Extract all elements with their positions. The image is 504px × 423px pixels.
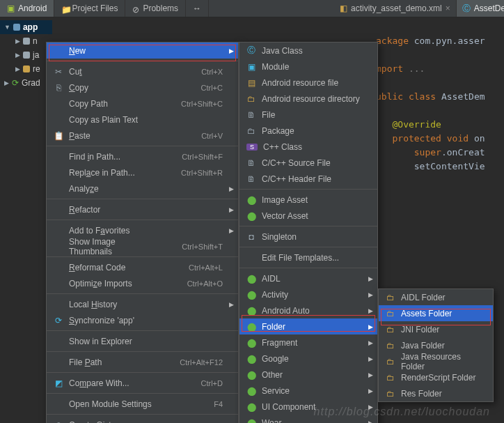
menu-new[interactable]: New▶ xyxy=(47,43,238,59)
menu-google[interactable]: ⬤Google▶ xyxy=(239,351,377,367)
folder-icon: 🗀 xyxy=(386,357,395,367)
menu-synchronize[interactable]: ⟳Synchronize 'app' xyxy=(47,312,238,328)
class-icon: Ⓒ xyxy=(246,45,256,56)
expand-icon: ▶ xyxy=(15,66,20,72)
module-icon: ▣ xyxy=(246,62,256,72)
menu-refactor[interactable]: Refactor▶ xyxy=(47,201,238,217)
menu-res-folder[interactable]: 🗀Res Folder xyxy=(379,385,493,401)
code-kw: mport xyxy=(376,63,409,74)
editor-tab-xml[interactable]: ◧activity_asset_demo.xml× xyxy=(334,0,457,17)
submenu-arrow-icon: ▶ xyxy=(368,275,373,282)
menu-cpp-class[interactable]: SC++ Class xyxy=(239,139,377,155)
menu-show-thumbnails[interactable]: Show Image ThumbnailsCtrl+Shift+T xyxy=(47,238,238,254)
code-kw: ackage xyxy=(376,36,414,46)
menu-aidl[interactable]: ⬤AIDL▶ xyxy=(239,270,377,286)
menu-folder[interactable]: ⬤Folder▶ xyxy=(239,318,377,334)
code-kw: protected void xyxy=(392,133,473,144)
menu-vector-asset[interactable]: ⬤Vector Asset xyxy=(239,208,377,224)
editor-tab-java[interactable]: ⒸAssetDe xyxy=(457,0,504,17)
menu-label: C/C++ Header File xyxy=(262,174,362,184)
menu-c-source[interactable]: 🗎C/C++ Source File xyxy=(239,155,377,171)
menu-cut[interactable]: ✂CutCtrl+X xyxy=(47,63,238,79)
android-icon: ⬤ xyxy=(246,322,256,332)
menu-find-in-path[interactable]: Find in Path...Ctrl+Shift+F xyxy=(47,148,238,164)
menu-label: Show Image Thumbnails xyxy=(69,237,159,256)
android-icon: ⬤ xyxy=(246,195,256,205)
code-text: com.pyn.asser xyxy=(414,36,485,46)
menu-optimize-imports[interactable]: Optimize ImportsCtrl+Alt+O xyxy=(47,275,238,291)
android-icon: ⬤ xyxy=(246,402,256,412)
submenu-arrow-icon: ▶ xyxy=(229,301,234,308)
tab-project-files[interactable]: 📁Project Files xyxy=(54,0,125,17)
menu-c-header[interactable]: 🗎C/C++ Header File xyxy=(239,171,377,187)
menu-label: Show in Explorer xyxy=(69,337,223,346)
tab-problems[interactable]: ⊘Problems xyxy=(125,0,186,17)
menu-android-resource-file[interactable]: ▤Android resource file xyxy=(239,75,377,91)
menu-create-gist[interactable]: ◉Create Gist... xyxy=(47,417,238,423)
tree-item[interactable]: ▶ja xyxy=(0,48,52,62)
menu-analyze[interactable]: Analyze▶ xyxy=(47,180,238,197)
menu-file[interactable]: 🗎File xyxy=(239,107,377,123)
menu-image-asset[interactable]: ⬤Image Asset xyxy=(239,192,377,208)
menu-fragment[interactable]: ⬤Fragment▶ xyxy=(239,334,377,351)
menu-separator xyxy=(47,146,238,146)
folder-icon: 🗀 xyxy=(246,94,256,104)
submenu-arrow-icon: ▶ xyxy=(229,47,234,54)
tab-label: Project Files xyxy=(72,3,118,13)
menu-java-resources-folder[interactable]: 🗀Java Resources Folder xyxy=(379,353,493,369)
folder-icon: 🗀 xyxy=(386,341,395,351)
menu-android-resource-directory[interactable]: 🗀Android resource directory xyxy=(239,91,377,107)
menu-label: C++ Class xyxy=(263,142,362,152)
menu-copy-plain[interactable]: Copy as Plain Text xyxy=(47,111,238,128)
shortcut: Ctrl+Alt+L xyxy=(189,263,223,272)
menu-package[interactable]: 🗀Package xyxy=(239,123,377,139)
menu-open-module-settings[interactable]: Open Module SettingsF4 xyxy=(47,396,238,412)
menu-singleton[interactable]: ◘Singleton xyxy=(239,229,377,245)
menu-copy-path[interactable]: Copy PathCtrl+Shift+C xyxy=(47,95,238,111)
menu-label: RenderScript Folder xyxy=(401,373,478,383)
tab-scroll[interactable]: ↔ xyxy=(186,0,209,17)
menu-java-class[interactable]: ⒸJava Class xyxy=(239,43,377,59)
folder-icon: 🗀 xyxy=(386,373,395,383)
tree-item[interactable]: ▶n xyxy=(0,34,52,48)
menu-aidl-folder[interactable]: 🗀AIDL Folder xyxy=(379,289,493,305)
menu-activity[interactable]: ⬤Activity▶ xyxy=(239,286,377,302)
code-kw: super xyxy=(414,147,441,157)
menu-separator xyxy=(47,61,238,61)
menu-renderscript-folder[interactable]: 🗀RenderScript Folder xyxy=(379,369,493,385)
menu-separator xyxy=(239,226,377,226)
package-icon: 🗀 xyxy=(246,126,256,136)
project-tree[interactable]: ▼app ▶n ▶ja ▶re ▶⟳Grad xyxy=(0,17,52,90)
menu-service[interactable]: ⬤Service▶ xyxy=(239,383,377,399)
shortcut: Ctrl+Shift+R xyxy=(181,169,223,177)
code-text: .onCreat xyxy=(441,147,485,157)
menu-module[interactable]: ▣Module xyxy=(239,59,377,75)
menu-copy[interactable]: ⎘CopyCtrl+C xyxy=(47,79,238,95)
close-icon[interactable]: × xyxy=(446,3,450,13)
code-editor[interactable]: ackage com.pyn.asser mport ... ublic cla… xyxy=(376,34,504,174)
menu-edit-templates[interactable]: Edit File Templates... xyxy=(239,249,377,266)
folder-icon: 🗀 xyxy=(386,309,395,318)
tree-item[interactable]: ▶re xyxy=(0,62,52,76)
menu-compare-with[interactable]: ◩Compare With...Ctrl+D xyxy=(47,375,238,391)
tab-label: Android xyxy=(18,3,47,13)
menu-android-auto[interactable]: ⬤Android Auto▶ xyxy=(239,302,377,318)
menu-other[interactable]: ⬤Other▶ xyxy=(239,367,377,383)
menu-label: Java Folder xyxy=(401,341,478,351)
menu-paste[interactable]: 📋PasteCtrl+V xyxy=(47,128,238,144)
tab-android[interactable]: ▣Android xyxy=(0,0,54,17)
submenu-arrow-icon: ▶ xyxy=(368,323,373,330)
menu-label: Android resource file xyxy=(262,78,362,88)
menu-local-history[interactable]: Local History▶ xyxy=(47,296,238,312)
tree-gradle[interactable]: ▶⟳Grad xyxy=(0,76,52,90)
menu-label: File xyxy=(262,110,362,120)
menu-file-path[interactable]: File PathCtrl+Alt+F12 xyxy=(47,354,238,370)
menu-show-explorer[interactable]: Show in Explorer xyxy=(47,333,238,349)
tree-app[interactable]: ▼app xyxy=(0,20,52,34)
menu-jni-folder[interactable]: 🗀JNI Folder xyxy=(379,321,493,337)
menu-reformat[interactable]: Reformat CodeCtrl+Alt+L xyxy=(47,259,238,275)
menu-replace-in-path[interactable]: Replace in Path...Ctrl+Shift+R xyxy=(47,164,238,180)
menu-assets-folder[interactable]: 🗀Assets Folder xyxy=(379,305,493,321)
menu-label: Folder xyxy=(262,322,362,332)
tab-label: activity_asset_demo.xml xyxy=(351,3,442,13)
